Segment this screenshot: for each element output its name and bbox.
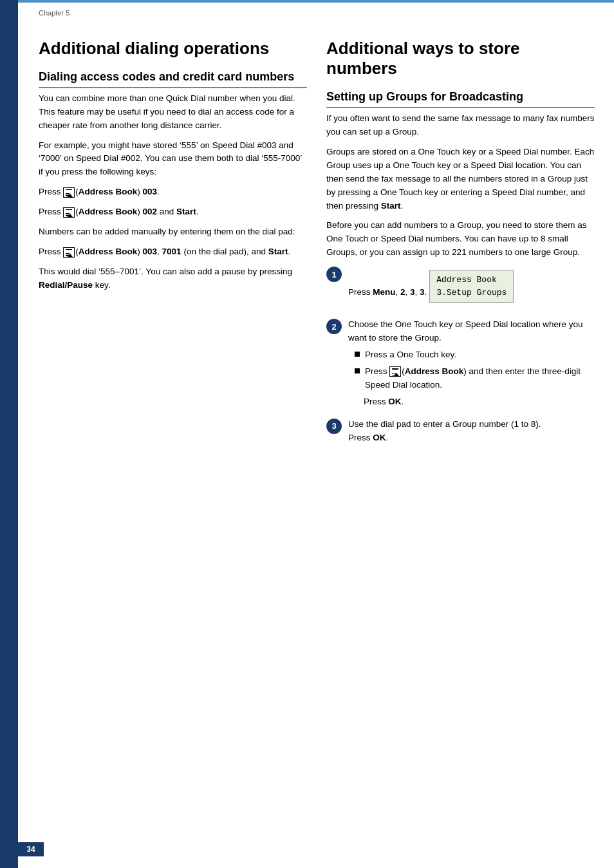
page-number: 34: [18, 842, 44, 856]
press-ok-1: Press OK.: [364, 395, 595, 409]
step-2-content: Choose the One Touch key or Speed Dial l…: [348, 318, 595, 409]
bullet-1: Press a One Touch key.: [355, 348, 595, 362]
step-1-text: Press Menu, 2, 3, 3.: [348, 287, 427, 297]
step-3-text: Use the dial pad to enter a Group number…: [348, 419, 541, 442]
right-column: Additional ways to store numbers Setting…: [326, 26, 595, 842]
right-section-title: Additional ways to store numbers: [326, 39, 595, 79]
content-area: Additional dialing operations Dialing ac…: [39, 26, 595, 842]
blue-left-bar: [0, 0, 18, 868]
right-subsection-title: Setting up Groups for Broadcasting: [326, 90, 595, 108]
address-book-icon-4: [389, 366, 401, 377]
page: Chapter 5 34 Additional dialing operatio…: [0, 0, 614, 868]
step-2-text: Choose the One Touch key or Speed Dial l…: [348, 319, 582, 343]
left-para-1: You can combine more than one Quick Dial…: [39, 92, 307, 133]
step-number-1: 1: [326, 267, 342, 282]
step-number-2: 2: [326, 319, 342, 334]
top-blue-line: [18, 0, 614, 3]
left-para-3: Numbers can be added manually by enterin…: [39, 225, 307, 239]
right-para-2: Groups are stored on a One Touch key or …: [326, 146, 595, 213]
left-section-title: Additional dialing operations: [39, 39, 307, 59]
address-book-icon-3: [63, 247, 75, 258]
left-subsection-title: Dialing access codes and credit card num…: [39, 70, 307, 88]
left-para-2: For example, you might have stored ‘555’…: [39, 139, 307, 180]
step-3-content: Use the dial pad to enter a Group number…: [348, 418, 595, 445]
bullet-square-icon-2: [355, 368, 360, 373]
press-line-2: Press (Address Book) 002 and Start.: [39, 205, 307, 219]
address-book-icon-1: [63, 187, 75, 198]
chapter-label: Chapter 5: [39, 9, 70, 17]
step-number-3: 3: [326, 419, 342, 434]
step-1: 1 Press Menu, 2, 3, 3. Address Book3.Set…: [326, 266, 595, 309]
bullet-square-icon-1: [355, 352, 360, 357]
left-para-4: This would dial ‘555–7001’. You can also…: [39, 265, 307, 292]
step-3: 3 Use the dial pad to enter a Group numb…: [326, 418, 595, 445]
left-column: Additional dialing operations Dialing ac…: [39, 26, 307, 842]
bullet-1-text: Press a One Touch key.: [365, 348, 456, 362]
press-line-1: Press (Address Book) 003.: [39, 185, 307, 199]
press-line-3: Press (Address Book) 003, 7001 (on the d…: [39, 245, 307, 259]
address-book-icon-2: [63, 207, 75, 218]
bullet-2: Press (Address Book) and then enter the …: [355, 365, 595, 392]
right-para-1: If you often want to send the same fax m…: [326, 112, 595, 139]
step-2: 2 Choose the One Touch key or Speed Dial…: [326, 318, 595, 409]
right-para-3: Before you can add numbers to a Group, y…: [326, 219, 595, 259]
steps-list: 1 Press Menu, 2, 3, 3. Address Book3.Set…: [326, 266, 595, 444]
step-1-content: Press Menu, 2, 3, 3. Address Book3.Setup…: [348, 266, 595, 309]
bullet-2-text: Press (Address Book) and then enter the …: [365, 365, 595, 392]
lcd-display: Address Book3.Setup Groups: [429, 270, 514, 303]
